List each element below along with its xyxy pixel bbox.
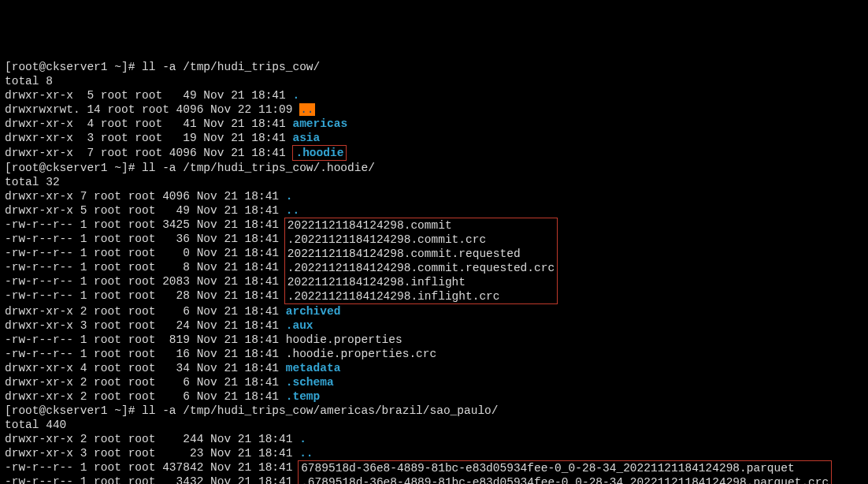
- commit-files-box: 20221121184124298.commit.202211211841242…: [284, 218, 558, 304]
- parquet-files-box: 6789518d-36e8-4889-81bc-e83d05934fee-0_0…: [298, 460, 832, 484]
- terminal-output[interactable]: [root@ckserver1 ~]# ll -a /tmp/hudi_trip…: [5, 60, 863, 484]
